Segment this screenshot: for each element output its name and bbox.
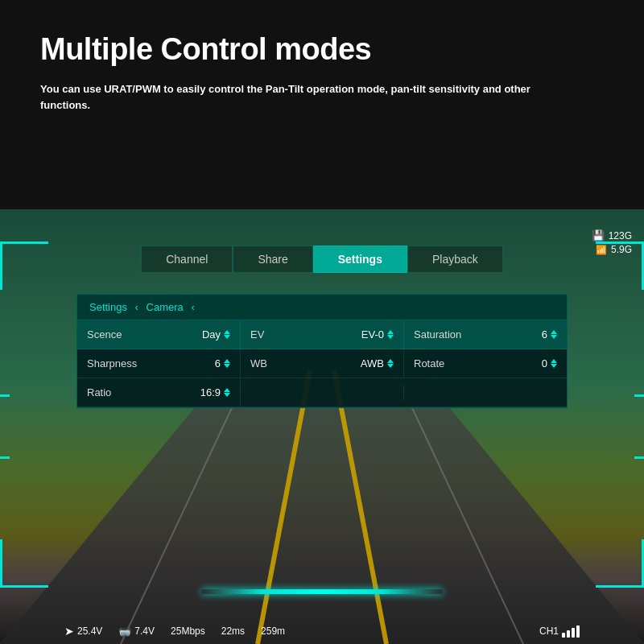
rotate-spinner[interactable] [551,359,557,368]
cell-sharpness: Sharpness 6 [77,349,241,378]
value-scence: Day [202,328,230,341]
scence-up[interactable] [224,330,230,334]
nav-compass-icon: ➤ [64,625,74,638]
nav-tabs: Channel Share Settings Playback [64,246,580,273]
ev-spinner[interactable] [387,330,394,339]
saturation-down[interactable] [551,335,557,339]
cell-wb: WB AWB [241,349,404,378]
sd-icon: 💾 [592,229,605,242]
tab-playback[interactable]: Playback [407,246,503,273]
side-right-bracket [634,394,644,459]
wb-spinner[interactable] [387,359,394,368]
label-sharpness: Sharpness [87,357,137,369]
corner-br [596,539,644,588]
status-voltage1: ➤ 25.4V [64,625,102,638]
road-overlay [0,209,644,644]
status-channel: CH1 [539,625,580,638]
storage-item-1: 💾 123G [592,229,632,242]
storage-2-value: 5.9G [611,244,632,255]
settings-panel: Settings ‹ Camera ‹ Scence Day EV [76,294,568,408]
status-bitrate: 25Mbps [171,625,205,637]
settings-row-3: Ratio 16:9 [77,378,567,407]
bar-3 [572,628,575,638]
value-rotate: 0 [542,357,557,369]
breadcrumb-root: Settings [89,301,127,313]
label-rotate: Rotate [414,357,444,369]
corner-bl [0,539,48,588]
bar-2 [567,630,570,638]
ev-value: EV-0 [361,328,384,341]
bar-4 [576,625,580,638]
ev-up[interactable] [387,330,394,334]
cell-rotate: Rotate 0 [404,349,567,378]
voltage1-value: 25.4V [77,625,102,637]
sharpness-value: 6 [215,357,221,369]
tab-share[interactable]: Share [233,246,312,273]
storage-item-2: 📶 5.9G [596,244,632,255]
channel-label: CH1 [539,625,559,637]
breadcrumb-arrow-2: ‹ [191,301,194,313]
tab-channel[interactable]: Channel [141,246,233,273]
status-latency: 22ms [221,625,245,637]
settings-row-1: Scence Day EV EV-0 [77,320,567,349]
bottom-glow-bar [64,588,580,596]
cell-ev: EV EV-0 [241,320,404,349]
sharpness-up[interactable] [224,359,230,363]
scence-down[interactable] [224,335,230,339]
wb-value: AWB [361,357,384,369]
ratio-value: 16:9 [200,386,221,398]
value-ev: EV-0 [361,328,394,341]
sharpness-down[interactable] [224,364,230,368]
bottom-line [201,589,443,594]
cell-saturation: Saturation 6 [404,320,567,349]
top-section: Multiple Control modes You can use URAT/… [0,0,644,209]
rotate-down[interactable] [551,364,557,368]
scence-spinner[interactable] [224,330,230,339]
cell-scence: Scence Day [77,320,241,349]
cell-ratio: Ratio 16:9 [77,378,241,407]
saturation-spinner[interactable] [551,330,557,339]
cell-empty-2 [404,385,567,401]
tab-settings[interactable]: Settings [313,246,407,273]
value-saturation: 6 [542,328,557,341]
goggles-icon: 🥽 [118,625,131,638]
breadcrumb-bar: Settings ‹ Camera ‹ [77,295,567,320]
storage-status: 💾 123G 📶 5.9G [592,229,632,255]
signal-icon: 📶 [596,245,607,255]
saturation-up[interactable] [551,330,557,334]
value-ratio: 16:9 [200,386,230,398]
breadcrumb-sub: Camera [147,301,184,313]
ratio-up[interactable] [224,388,230,392]
bar-1 [562,633,565,638]
subtitle: You can use URAT/PWM to easily control t… [40,81,564,113]
settings-row-2: Sharpness 6 WB AWB [77,349,567,378]
side-left-bracket [0,394,10,459]
ratio-spinner[interactable] [224,388,230,397]
ratio-down[interactable] [224,393,230,397]
bitrate-value: 25Mbps [171,625,205,637]
distance-value: 259m [261,625,285,637]
cell-empty-1 [241,385,404,401]
latency-value: 22ms [221,625,245,637]
signal-bars [562,625,580,638]
label-scence: Scence [87,328,122,341]
corner-tl [0,242,48,290]
camera-ui-section: 💾 123G 📶 5.9G Channel Share Settings Pla… [0,209,644,644]
ev-down[interactable] [387,335,394,339]
label-saturation: Saturation [414,328,461,341]
status-bottom-bar: ➤ 25.4V 🥽 7.4V 25Mbps 22ms 259m CH1 [64,625,580,638]
rotate-up[interactable] [551,359,557,363]
storage-1-value: 123G [609,230,632,242]
wb-down[interactable] [387,364,394,368]
label-ev: EV [250,328,264,341]
main-title: Multiple Control modes [40,32,604,67]
status-voltage2: 🥽 7.4V [118,625,155,638]
value-wb: AWB [361,357,394,369]
label-ratio: Ratio [87,386,111,398]
wb-up[interactable] [387,359,394,363]
value-sharpness: 6 [215,357,230,369]
status-distance: 259m [261,625,285,637]
voltage2-value: 7.4V [134,625,155,637]
sharpness-spinner[interactable] [224,359,230,368]
breadcrumb-arrow-1: ‹ [135,301,138,313]
